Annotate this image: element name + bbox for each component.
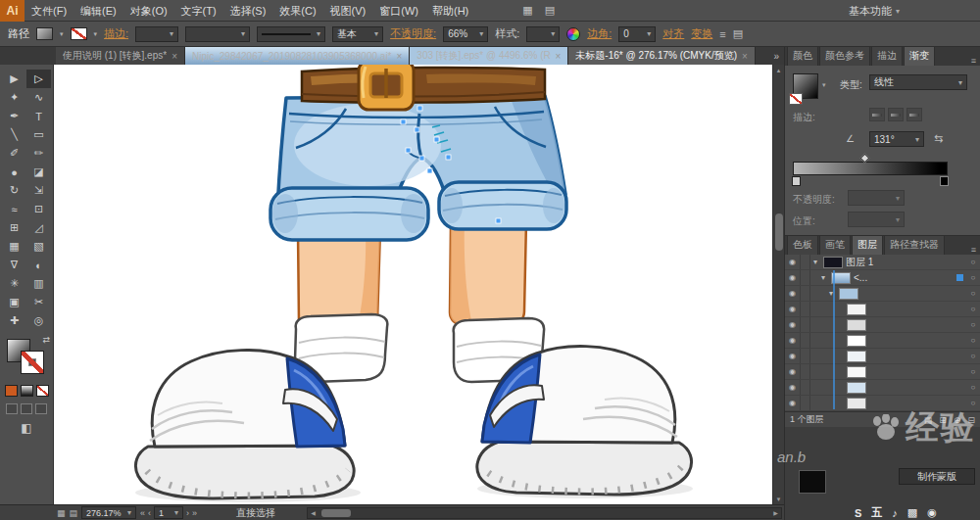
document-tab-4-active[interactable]: 未标题-16* @ 276.17% (CMYK/预览) ×: [568, 47, 755, 65]
tool-type[interactable]: T: [26, 107, 51, 125]
layer-row[interactable]: ◉ ○: [785, 380, 980, 396]
document-tab-1[interactable]: 使用说明 (1) [转换].eps* ×: [56, 47, 185, 65]
layer-thumbnail[interactable]: [847, 351, 866, 362]
tool-line-segment[interactable]: ╲: [2, 125, 26, 144]
menu-file[interactable]: 文件(F): [24, 0, 74, 22]
gradient-stroke-swatch[interactable]: [789, 93, 803, 105]
tool-gradient[interactable]: ▧: [26, 237, 51, 256]
visibility-eye-icon[interactable]: ◉: [785, 302, 801, 316]
corner-link[interactable]: 边角:: [587, 26, 612, 41]
gradient-stop-end[interactable]: [940, 176, 949, 186]
expander-icon[interactable]: ▾: [826, 289, 836, 298]
visibility-eye-icon[interactable]: ◉: [785, 317, 801, 332]
mask-thumbnail[interactable]: [799, 470, 826, 494]
tool-blend[interactable]: ◐: [26, 256, 51, 274]
menu-edit[interactable]: 编辑(E): [74, 0, 123, 22]
gradient-button[interactable]: [21, 385, 33, 397]
stroke-gradient-within-icon[interactable]: [869, 108, 885, 121]
horizontal-scrollbar[interactable]: ◀ ▶: [307, 507, 782, 519]
target-circle-icon[interactable]: ○: [966, 399, 980, 407]
tray-icon[interactable]: ◉: [927, 506, 937, 519]
layer-row[interactable]: ◉ ○: [785, 302, 980, 317]
lock-cell[interactable]: [801, 349, 810, 363]
layer-thumbnail[interactable]: [831, 272, 851, 284]
scroll-left-icon[interactable]: ◀: [308, 509, 318, 516]
lock-cell[interactable]: [801, 333, 810, 348]
target-circle-icon[interactable]: ○: [966, 352, 980, 360]
next-artboard-icon[interactable]: ›: [186, 508, 189, 518]
draw-inside-button[interactable]: [35, 403, 47, 414]
layer-row[interactable]: ◉ ○: [785, 349, 980, 364]
keyboard-layout-icon[interactable]: ▩: [907, 506, 917, 519]
flatten-icon[interactable]: ▤: [924, 415, 933, 425]
color-button[interactable]: [5, 385, 18, 397]
layer-row[interactable]: ◉ ▾ <... ○: [785, 270, 980, 286]
style-select[interactable]: [526, 26, 560, 42]
menu-view[interactable]: 视图(V): [323, 0, 373, 22]
artboards-icon[interactable]: ▦: [57, 508, 66, 518]
tool-lasso[interactable]: ∿: [26, 88, 51, 107]
fill-color-dropdown[interactable]: [36, 27, 53, 40]
lock-cell[interactable]: [801, 380, 810, 395]
scroll-right-icon[interactable]: ▶: [770, 509, 781, 516]
tool-symbol-sprayer[interactable]: ✳: [2, 274, 26, 293]
menu-effect[interactable]: 效果(C): [272, 0, 322, 22]
layer-name[interactable]: 图层 1: [846, 256, 966, 269]
gradient-type-select[interactable]: 线性: [869, 74, 967, 90]
panel-menu-icon[interactable]: ≡: [971, 56, 976, 66]
lock-cell[interactable]: [801, 396, 810, 410]
layer-thumbnail[interactable]: [847, 335, 866, 347]
previous-artboard-icon[interactable]: ‹: [148, 508, 151, 518]
menu-window[interactable]: 窗口(W): [372, 0, 425, 22]
scroll-up-icon[interactable]: ▲: [773, 65, 784, 75]
visibility-eye-icon[interactable]: ◉: [785, 270, 801, 285]
input-method-logo-icon[interactable]: S: [855, 507, 861, 519]
none-button[interactable]: [36, 385, 49, 397]
transform-link[interactable]: 变换: [691, 26, 712, 41]
gradient-opacity-select[interactable]: [848, 190, 905, 206]
bridge-icon[interactable]: ▦: [522, 4, 532, 17]
layer-row[interactable]: ◉ ▾ 图层 1 ○: [785, 255, 980, 270]
tool-shape-builder[interactable]: ⊞: [2, 218, 26, 237]
brush-stroke-preview[interactable]: [257, 26, 325, 42]
close-icon[interactable]: ×: [742, 51, 748, 62]
opacity-panel-link[interactable]: 不透明度:: [390, 26, 436, 41]
layer-name[interactable]: <...: [854, 272, 956, 283]
gradient-stop-start[interactable]: [792, 176, 801, 186]
visibility-eye-icon[interactable]: ◉: [785, 396, 801, 410]
tab-gradient[interactable]: 渐变: [904, 46, 935, 66]
tool-artboard[interactable]: ▣: [2, 293, 26, 311]
canvas[interactable]: [54, 65, 772, 504]
close-icon[interactable]: ×: [172, 51, 177, 62]
visibility-eye-icon[interactable]: ◉: [785, 286, 801, 301]
menu-type[interactable]: 文字(T): [174, 0, 223, 22]
layer-thumbnail[interactable]: [847, 398, 866, 409]
stroke-gradient-across-icon[interactable]: [906, 108, 922, 121]
layer-thumbnail[interactable]: [847, 366, 866, 378]
swap-fill-stroke-icon[interactable]: ⇄: [42, 335, 50, 345]
tab-color-guide[interactable]: 颜色参考: [819, 46, 870, 66]
align-panel-icon[interactable]: ≡: [719, 28, 725, 40]
tool-eraser[interactable]: ◪: [26, 163, 51, 181]
target-circle-icon[interactable]: ○: [966, 305, 980, 313]
tool-perspective-grid[interactable]: ◿: [26, 218, 51, 237]
workspace-switcher[interactable]: 基本功能: [849, 0, 900, 22]
align-link[interactable]: 对齐: [662, 26, 684, 41]
opacity-select[interactable]: 66%: [443, 26, 488, 42]
fill-dropdown-arrow-icon[interactable]: ▾: [60, 30, 64, 38]
close-icon[interactable]: ×: [397, 51, 403, 62]
lock-cell[interactable]: [801, 286, 810, 301]
tool-direct-selection[interactable]: ▷: [26, 70, 51, 88]
brush-definition-select[interactable]: 基本: [332, 26, 383, 42]
input-mode-icon[interactable]: 五: [871, 505, 882, 520]
vertical-scroll-thumb[interactable]: [775, 213, 783, 251]
target-circle-icon[interactable]: ○: [966, 383, 980, 392]
corner-value-field[interactable]: 0: [618, 26, 656, 42]
screen-mode-button[interactable]: ◧: [21, 421, 31, 435]
arrange-documents-icon[interactable]: ▤: [545, 4, 555, 17]
draw-behind-button[interactable]: [21, 403, 32, 414]
tab-pathfinder[interactable]: 路径查找器: [884, 235, 945, 255]
tab-overflow-icon[interactable]: »: [768, 47, 784, 65]
tool-slice[interactable]: ✂: [26, 293, 51, 311]
layer-row[interactable]: ◉ ○: [785, 333, 980, 349]
